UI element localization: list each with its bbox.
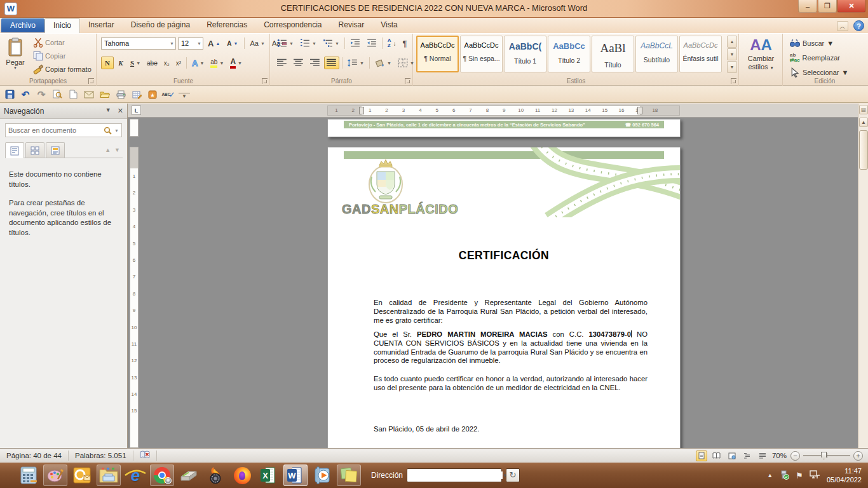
search-options-dropdown[interactable]: ▼ — [114, 128, 119, 133]
align-right-button[interactable] — [308, 57, 323, 69]
proofing-status[interactable] — [133, 451, 157, 461]
line-spacing-button[interactable]: ▼ — [345, 57, 367, 69]
document-search-box[interactable]: ▼ — [5, 123, 122, 137]
tab-vista[interactable]: Vista — [372, 18, 405, 32]
previous-heading-icon[interactable]: ▲ — [105, 147, 111, 153]
cd-burner-icon[interactable] — [203, 464, 227, 486]
refresh-icon[interactable]: ↻ — [506, 468, 520, 482]
tab-diseno-de-pagina[interactable]: Diseño de página — [123, 18, 198, 32]
spelling-icon[interactable]: ABC✓ — [163, 89, 174, 100]
tab-correspondencia[interactable]: Correspondencia — [255, 18, 330, 32]
internet-explorer-icon[interactable]: e — [123, 464, 147, 486]
change-styles-button[interactable]: AA Cambiar estilos ▼ — [740, 36, 782, 71]
clock[interactable]: 11:47 05/04/2022 — [827, 466, 862, 485]
media-player-icon[interactable] — [310, 464, 334, 486]
decrease-indent-button[interactable] — [348, 37, 363, 50]
style-enfasis-sutil[interactable]: AaBbCcDc Énfasis sutil — [679, 36, 722, 72]
print-layout-view-button[interactable] — [696, 451, 707, 461]
font-size-combo[interactable]: 12 ▼ — [178, 37, 203, 50]
undo-icon[interactable]: ↶ — [20, 89, 31, 100]
fuente-dialog-launcher[interactable] — [262, 78, 268, 84]
style-titulo[interactable]: AaBl Título — [592, 36, 634, 72]
chevron-down-icon[interactable]: ▼ — [194, 41, 201, 46]
address-input[interactable] — [407, 471, 503, 479]
font-name-combo[interactable]: Tahoma ▼ — [101, 37, 176, 50]
justify-button[interactable] — [324, 57, 339, 69]
zoom-in-button[interactable]: + — [853, 451, 863, 461]
open-folder-icon[interactable] — [99, 89, 111, 100]
style-sin-espaciado[interactable]: AaBbCcDc ¶ Sin espa... — [460, 36, 503, 72]
show-marks-button[interactable]: ¶ — [400, 37, 410, 50]
font-color-button[interactable]: A▼ — [227, 57, 245, 69]
chevron-down-icon[interactable]: ▼ — [167, 41, 174, 46]
styles-scroll-down-icon[interactable]: ▼ — [727, 48, 737, 60]
search-input[interactable] — [8, 126, 104, 134]
bullets-button[interactable]: ▼ — [275, 37, 296, 50]
mail-icon[interactable] — [83, 89, 95, 100]
zoom-out-button[interactable]: − — [790, 451, 800, 461]
nav-tab-pages[interactable] — [25, 142, 44, 158]
superscript-button[interactable]: x² — [173, 57, 184, 69]
nav-pane-close-icon[interactable]: ✕ — [118, 107, 123, 115]
word-taskbar-icon[interactable]: W — [283, 464, 308, 486]
tab-selector[interactable]: L — [132, 105, 141, 115]
draft-view-button[interactable] — [757, 451, 768, 461]
portapapeles-dialog-launcher[interactable] — [88, 78, 94, 84]
zoom-slider-thumb[interactable] — [821, 452, 827, 459]
star-document-icon[interactable]: ★ — [147, 89, 158, 100]
usb-device-icon[interactable] — [779, 470, 789, 482]
format-painter-button[interactable]: Copiar formato — [31, 63, 94, 76]
outline-view-button[interactable] — [742, 451, 753, 461]
chrome-icon[interactable] — [150, 464, 174, 486]
restore-button[interactable]: ❐ — [818, 0, 837, 13]
cut-button[interactable]: Cortar — [31, 36, 94, 49]
firefox-icon[interactable] — [230, 464, 254, 486]
right-indent-marker[interactable] — [637, 107, 642, 114]
nav-pane-menu-icon[interactable]: ▼ — [105, 107, 111, 115]
search-icon[interactable] — [104, 126, 112, 135]
outlook-icon[interactable] — [70, 464, 94, 486]
underline-button[interactable]: S▼ — [128, 57, 143, 69]
next-heading-icon[interactable]: ▼ — [114, 147, 120, 153]
word-count[interactable]: Palabras: 5.051 — [69, 451, 133, 461]
italic-button[interactable]: K — [115, 57, 126, 69]
fullscreen-reading-view-button[interactable] — [711, 451, 722, 461]
document-page-1[interactable]: Portoviejo - San Plácido, calle 1 de dic… — [327, 119, 681, 137]
grow-font-button[interactable]: A▲ — [205, 37, 222, 50]
scrollbar-thumb[interactable] — [859, 130, 868, 170]
calculator-icon[interactable] — [17, 464, 41, 486]
subscript-button[interactable]: x₂ — [161, 57, 172, 69]
address-input-box[interactable]: ▼ — [407, 468, 502, 482]
minimize-button[interactable]: – — [798, 0, 817, 13]
zoom-slider-track[interactable] — [803, 455, 850, 456]
tray-expand-icon[interactable]: ▲ — [767, 472, 773, 478]
ruler-toggle-button[interactable]: ▤ — [859, 105, 868, 114]
document-page-2[interactable]: GADSANPLÁCIDO CERTIFICACIÓN En calidad d… — [327, 147, 681, 448]
scroll-up-icon[interactable]: ▲ — [859, 118, 868, 127]
increase-indent-button[interactable] — [364, 37, 379, 50]
select-button[interactable]: Seleccionar▼ — [790, 66, 848, 79]
nav-tab-headings[interactable] — [5, 142, 24, 158]
style-subtitulo[interactable]: AaBbCcL Subtítulo — [635, 36, 678, 72]
shading-button[interactable]: ▼ — [372, 57, 394, 69]
replace-button[interactable]: ab⇄ac Reemplazar — [790, 51, 848, 64]
parrafo-dialog-launcher[interactable] — [405, 78, 410, 84]
styles-scroll-up-icon[interactable]: ▲ — [727, 36, 737, 48]
new-document-icon[interactable] — [67, 89, 79, 100]
zoom-level[interactable]: 70% — [772, 452, 787, 459]
style-titulo-2[interactable]: AaBbCc Título 2 — [548, 36, 590, 72]
action-center-flag-icon[interactable]: ⚑ — [796, 471, 803, 480]
sticky-notes-icon[interactable] — [337, 464, 361, 486]
qat-more-dropdown[interactable]: ▼ — [179, 93, 190, 99]
styles-expand-gallery-icon[interactable]: ▼ — [727, 61, 737, 73]
tab-insertar[interactable]: Insertar — [80, 18, 123, 32]
redo-icon[interactable]: ↷ — [36, 89, 47, 100]
numbering-button[interactable]: ▼ — [297, 37, 319, 50]
style-titulo-1[interactable]: AaBbC( Título 1 — [504, 36, 546, 72]
change-case-button[interactable]: Aa▼ — [248, 37, 268, 50]
tab-revisar[interactable]: Revisar — [330, 18, 373, 32]
nav-tab-results[interactable] — [46, 142, 65, 158]
horizontal-ruler[interactable]: L 21 123456789101112131415161718 — [128, 104, 858, 118]
save-icon[interactable] — [4, 89, 15, 100]
left-indent-marker[interactable] — [359, 107, 364, 114]
